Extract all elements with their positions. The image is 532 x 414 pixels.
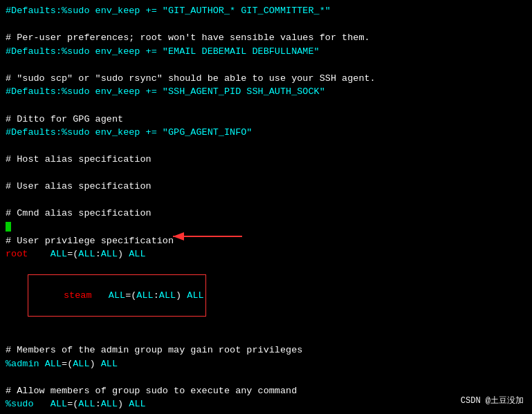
line-blank-2 — [6, 58, 526, 72]
steam-user: steam — [64, 290, 92, 301]
line-blank-5 — [6, 167, 526, 180]
line-cursor — [6, 220, 526, 234]
line-12: # Host alias specification — [6, 153, 526, 167]
line-6: # "sudo scp" or "sudo rsync" should be a… — [6, 72, 526, 86]
line-blank-4 — [6, 140, 526, 153]
line-18: # User privilege specification — [6, 234, 526, 248]
line-10: #Defaults:%sudo env_keep += "GPG_AGENT_I… — [6, 126, 526, 140]
line-root: root ALL=(ALL:ALL) ALL — [6, 247, 526, 261]
line-1: #Defaults:%sudo env_keep += "GIT_AUTHOR_… — [6, 4, 526, 18]
line-16: # Cmnd alias specification — [6, 207, 526, 220]
line-22: # Members of the admin group may gain ro… — [6, 344, 526, 357]
line-blank-9 — [6, 411, 526, 414]
cursor — [6, 222, 11, 232]
line-sudo: %sudo ALL=(ALL:ALL) ALL — [6, 397, 526, 411]
line-admin: %admin ALL=(ALL) ALL — [6, 357, 526, 371]
line-blank-3 — [6, 99, 526, 113]
line-blank-1 — [6, 18, 526, 32]
line-9: # Ditto for GPG agent — [6, 113, 526, 126]
text-cyan: #Defaults:%sudo env_keep += "GIT_AUTHOR_… — [6, 6, 331, 16]
line-blank-8 — [6, 370, 526, 384]
line-25: # Allow members of group sudo to execute… — [6, 384, 526, 398]
line-blank-7 — [6, 330, 526, 344]
line-14: # User alias specification — [6, 180, 526, 194]
line-3: # Per-user preferences; root won't have … — [6, 31, 526, 45]
terminal: #Defaults:%sudo env_keep += "GIT_AUTHOR_… — [0, 0, 532, 414]
line-blank-6 — [6, 194, 526, 207]
line-4: #Defaults:%sudo env_keep += "EMAIL DEBEM… — [6, 45, 526, 59]
line-7: #Defaults:%sudo env_keep += "SSH_AGENT_P… — [6, 85, 526, 99]
watermark: CSDN @土豆没加 — [461, 395, 524, 407]
line-steam: steam ALL=(ALL:ALL) ALL — [6, 261, 526, 330]
